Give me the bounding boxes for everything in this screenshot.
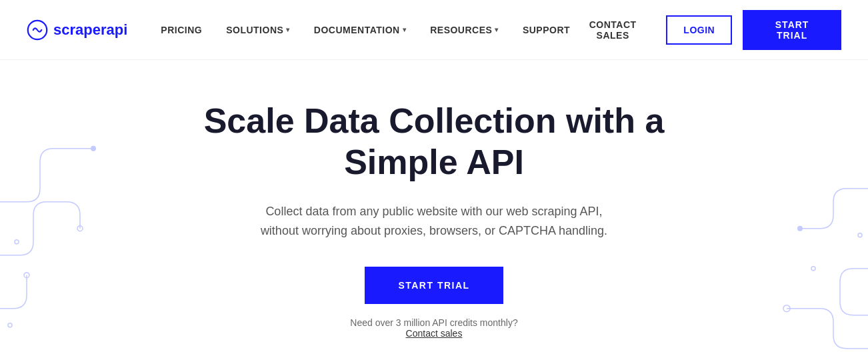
svg-point-8 [783,305,790,312]
svg-point-1 [91,146,96,151]
chevron-down-icon: ▾ [495,26,499,33]
svg-point-4 [15,240,19,244]
logo[interactable]: scraperapi [27,19,127,41]
login-button[interactable]: LOGIN [666,15,732,45]
svg-point-3 [24,273,29,278]
chevron-down-icon: ▾ [403,26,407,33]
nav-solutions[interactable]: SOLUTIONS ▾ [226,25,290,35]
start-trial-nav-button[interactable]: START TRIAL [743,10,841,50]
svg-point-9 [858,233,862,237]
contact-sales-link[interactable]: Contact sales [406,328,463,339]
logo-text: scraperapi [53,21,127,39]
start-trial-hero-button[interactable]: START TRIAL [365,267,503,304]
nav-actions: CONTACT SALES LOGIN START TRIAL [570,10,841,50]
hero-subtitle: Collect data from any public website wit… [247,202,621,241]
contact-sales-button[interactable]: CONTACT SALES [570,19,655,41]
nav-support[interactable]: SUPPORT [523,25,570,35]
nav-documentation[interactable]: DOCUMENTATION ▾ [314,25,406,35]
nav-links: PRICING SOLUTIONS ▾ DOCUMENTATION ▾ RESO… [161,25,570,35]
nav-resources[interactable]: RESOURCES ▾ [430,25,499,35]
svg-point-7 [811,267,815,271]
svg-point-6 [797,226,803,231]
hero-section: Scale Data Collection with a Simple API … [0,60,868,362]
svg-point-5 [8,323,12,327]
chevron-down-icon: ▾ [286,26,290,33]
nav-pricing[interactable]: PRICING [161,25,202,35]
logo-icon [27,19,48,41]
hero-title: Scale Data Collection with a Simple API [167,100,701,183]
hero-cta-sub: Need over 3 million API credits monthly?… [350,317,517,339]
svg-point-2 [77,226,83,231]
navbar: scraperapi PRICING SOLUTIONS ▾ DOCUMENTA… [0,0,868,60]
